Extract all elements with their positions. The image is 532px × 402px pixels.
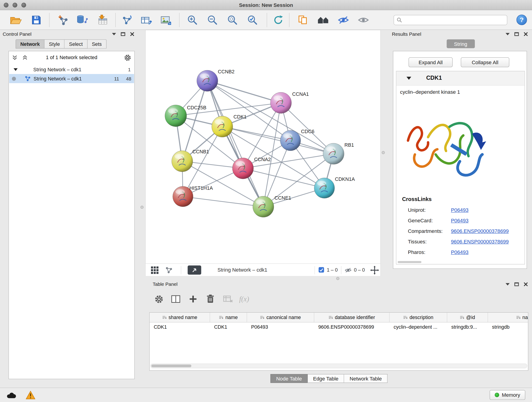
tab-sets[interactable]: Sets [88, 39, 107, 49]
cell-canonical-name[interactable]: P06493 [247, 322, 314, 332]
panel-menu-icon[interactable] [506, 33, 510, 35]
cell-database-identifier[interactable]: 9606.ENSP00000378699 [314, 322, 389, 332]
panel-close-icon[interactable] [524, 282, 528, 286]
network-edge-cdk1-rb1[interactable] [222, 127, 334, 153]
column-header[interactable]: @id [447, 313, 488, 322]
crosslink-link[interactable]: P06493 [451, 207, 469, 213]
help-button[interactable]: ? [516, 15, 527, 25]
tab-node-table[interactable]: Node Table [270, 374, 307, 383]
crosslink-link[interactable]: 9606.ENSP00000378699 [451, 228, 509, 234]
pan-crosshair-icon[interactable] [370, 266, 379, 275]
copy-document-button[interactable] [295, 12, 311, 28]
cell-description[interactable]: cyclin–dependent ... [389, 322, 447, 332]
new-network-from-selection-button[interactable] [119, 12, 135, 28]
delete-column-button[interactable] [205, 294, 216, 304]
network-node-cdkn1a[interactable] [314, 178, 335, 198]
export-image-button[interactable] [158, 12, 174, 28]
zoom-in-button[interactable] [184, 12, 201, 28]
panel-float-icon[interactable] [514, 282, 519, 286]
zoom-selected-button[interactable] [244, 12, 260, 28]
cell-name[interactable]: CDK1 [210, 322, 247, 332]
tree-expander-icon[interactable] [13, 68, 18, 71]
birds-eye-view-icon[interactable] [165, 267, 173, 274]
hidden-eye-slash-icon[interactable] [344, 268, 352, 273]
panel-menu-icon[interactable] [506, 283, 510, 285]
network-node-cdc25b[interactable] [165, 105, 187, 127]
gene-section-header[interactable]: CDK1 [396, 71, 525, 85]
tab-string[interactable]: String [447, 39, 475, 48]
function-builder-button-disabled[interactable]: f(x) [239, 295, 249, 303]
tab-network-table[interactable]: Network Table [344, 374, 387, 383]
import-network-from-file-button[interactable] [54, 12, 70, 28]
crosslink-link[interactable]: P06493 [451, 217, 469, 223]
panel-float-icon[interactable] [121, 32, 125, 36]
search-input[interactable] [404, 17, 504, 23]
section-expander-icon[interactable] [406, 77, 411, 80]
zoom-out-button[interactable] [204, 12, 221, 28]
create-column-button[interactable] [187, 294, 199, 304]
network-edge-ccnb2-ccne1[interactable] [207, 81, 263, 206]
network-node-ccnb2[interactable] [197, 70, 218, 91]
panel-float-icon[interactable] [514, 32, 519, 36]
column-header[interactable]: canonical name [247, 313, 314, 322]
column-header[interactable]: shared name [150, 313, 210, 322]
column-header[interactable]: namespace [488, 313, 528, 322]
column-header[interactable]: name [210, 313, 247, 322]
import-table-from-file-button[interactable] [94, 12, 110, 28]
table-row[interactable]: CDK1 CDK1 P06493 9606.ENSP00000378699 cy… [150, 322, 528, 332]
import-network-from-database-button[interactable] [74, 12, 90, 28]
clear-table-button-disabled[interactable] [222, 294, 234, 304]
crosslink-link[interactable]: 9606.ENSP00000378699 [451, 239, 509, 244]
network-node-cdc6[interactable] [280, 130, 301, 151]
network-canvas[interactable]: CCNB2CCNA1CDC25BCDK1CDC6RB1CCNB1CCNA2CDK… [146, 30, 380, 263]
network-edge-ccnb2-ccna1[interactable] [207, 81, 281, 103]
table-horizontal-scrollbar[interactable] [150, 364, 527, 368]
network-node-ccna1[interactable] [270, 92, 291, 114]
tab-edge-table[interactable]: Edge Table [308, 374, 344, 383]
save-session-button[interactable] [28, 12, 44, 28]
network-edge-hist1h1a-ccne1[interactable] [183, 196, 263, 206]
expand-all-button[interactable]: Expand All [409, 57, 453, 67]
memory-button[interactable]: Memory [490, 390, 525, 400]
tab-network[interactable]: Network [16, 39, 44, 49]
panel-close-icon[interactable] [130, 32, 134, 36]
cell-shared-name[interactable]: CDK1 [150, 322, 210, 332]
grid-view-icon[interactable] [151, 266, 159, 274]
open-session-button[interactable] [8, 12, 24, 28]
network-node-cdk1[interactable] [212, 116, 233, 137]
show-columns-button[interactable] [170, 294, 181, 304]
vertical-splitter-grip[interactable] [140, 206, 143, 209]
network-node-ccna2[interactable] [232, 158, 253, 179]
cell-id[interactable]: stringdb:9... [447, 322, 488, 332]
zoom-fit-button[interactable] [224, 12, 241, 28]
collapse-all-button[interactable]: Collapse All [461, 57, 509, 67]
show-all-button[interactable] [355, 12, 372, 28]
horizontal-scrollbar-thumb[interactable] [398, 261, 422, 263]
tab-style[interactable]: Style [44, 39, 65, 49]
cell-namespace[interactable]: stringdb [488, 322, 528, 332]
hide-selected-button[interactable] [335, 12, 351, 28]
network-node-ccne1[interactable] [253, 196, 274, 217]
neighborhood-houses-button[interactable] [315, 12, 331, 28]
scrollbar-thumb[interactable] [152, 365, 191, 367]
panel-close-icon[interactable] [524, 32, 528, 36]
column-header[interactable]: description [389, 313, 447, 322]
column-header[interactable]: database identifier [314, 313, 389, 322]
new-table-button[interactable] [138, 12, 154, 28]
network-row-selected[interactable]: String Network – cdk1 11 48 [9, 74, 134, 83]
warning-icon[interactable] [26, 391, 35, 400]
network-collection-row[interactable]: String Network – cdk1 1 [9, 65, 134, 74]
refresh-button[interactable] [270, 12, 286, 28]
horizontal-splitter-grip[interactable] [336, 277, 339, 280]
selected-checkbox-icon[interactable] [319, 267, 324, 273]
network-node-ccnb1[interactable] [172, 151, 193, 172]
network-node-rb1[interactable] [323, 143, 344, 164]
tab-select[interactable]: Select [65, 39, 88, 49]
search-box[interactable] [394, 15, 507, 25]
open-in-new-window-button[interactable] [188, 265, 201, 274]
cloud-icon[interactable] [6, 392, 16, 399]
vertical-splitter-grip[interactable] [382, 151, 385, 154]
panel-menu-icon[interactable] [112, 33, 116, 35]
gear-icon[interactable] [124, 54, 132, 61]
table-settings-button[interactable] [153, 294, 165, 304]
